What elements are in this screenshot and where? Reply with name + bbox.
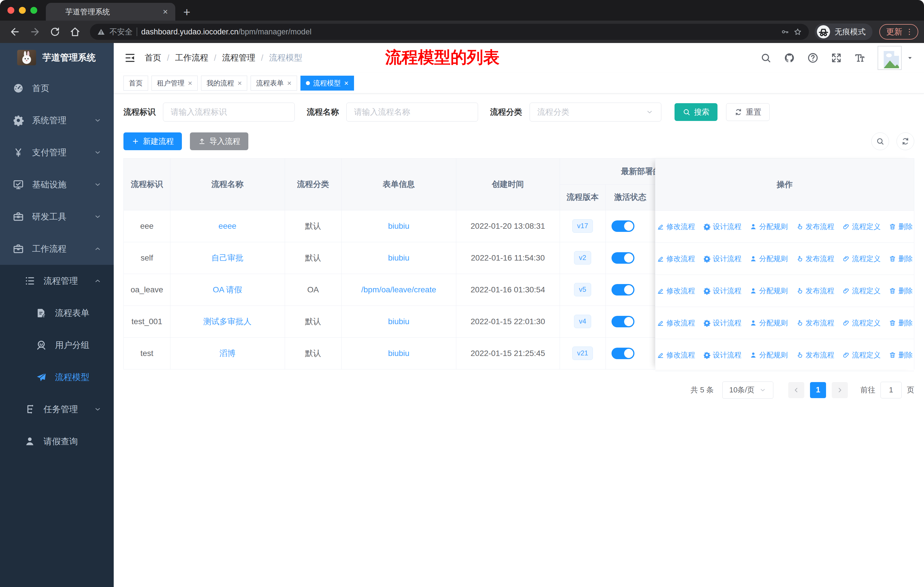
close-window-button[interactable] [7,7,14,14]
publish-process-link[interactable]: 发布流程 [796,222,834,231]
assign-rule-link[interactable]: 分配规则 [749,350,788,360]
process-name-link[interactable]: 测试多审批人 [203,317,251,326]
reload-icon[interactable] [49,26,61,38]
toggle-search-button[interactable] [871,132,889,150]
form-info-link[interactable]: biubiu [388,349,409,358]
active-toggle[interactable] [612,220,634,232]
active-toggle[interactable] [612,316,634,327]
process-name-link[interactable]: OA 请假 [213,285,242,294]
design-process-link[interactable]: 设计流程 [703,286,742,296]
tag-close-icon[interactable]: × [344,79,348,87]
goto-page-input[interactable]: 1 [881,382,902,398]
sidebar-item-task-management[interactable]: 任务管理 [0,393,114,425]
breadcrumb-item[interactable]: 流程管理 [222,52,255,64]
sidebar-item-user-group[interactable]: 用户分组 [0,329,114,361]
process-definition-link[interactable]: 流程定义 [842,318,881,327]
create-process-button[interactable]: 新建流程 [124,132,182,150]
active-toggle[interactable] [612,284,634,296]
prev-page-button[interactable] [788,382,804,398]
key-icon[interactable] [781,28,789,36]
process-name-link[interactable]: 滔博 [219,349,236,358]
sidebar-item-infrastructure[interactable]: 基础设施 [0,169,114,201]
process-definition-link[interactable]: 流程定义 [842,222,881,231]
process-definition-link[interactable]: 流程定义 [842,254,881,263]
page-number-button[interactable]: 1 [810,382,826,398]
help-icon[interactable] [807,52,818,64]
sidebar-item-dev-tools[interactable]: 研发工具 [0,201,114,233]
tag-close-icon[interactable]: × [287,79,291,87]
tag-4[interactable]: 流程模型× [300,76,354,91]
form-info-link[interactable]: biubiu [388,222,409,230]
home-icon[interactable] [69,26,81,38]
font-size-icon[interactable] [854,52,866,64]
design-process-link[interactable]: 设计流程 [703,254,742,263]
design-process-link[interactable]: 设计流程 [703,318,742,327]
delete-link[interactable]: 删除 [889,254,913,263]
publish-process-link[interactable]: 发布流程 [796,318,834,327]
import-process-button[interactable]: 导入流程 [190,132,248,150]
active-toggle[interactable] [612,252,634,264]
modify-process-link[interactable]: 修改流程 [657,318,695,327]
tab-close-icon[interactable]: × [162,7,169,17]
process-definition-link[interactable]: 流程定义 [842,350,881,360]
search-icon[interactable] [760,52,772,64]
next-page-button[interactable] [832,382,848,398]
delete-link[interactable]: 删除 [889,350,913,360]
assign-rule-link[interactable]: 分配规则 [749,318,788,327]
process-name-link[interactable]: eeee [219,222,236,230]
new-tab-button[interactable]: + [183,4,190,21]
publish-process-link[interactable]: 发布流程 [796,350,834,360]
browser-update-button[interactable]: 更新 [879,24,918,40]
tag-2[interactable]: 我的流程× [201,76,247,91]
tag-3[interactable]: 流程表单× [251,76,297,91]
assign-rule-link[interactable]: 分配规则 [749,222,788,231]
avatar[interactable] [878,46,902,70]
bookmark-star-icon[interactable] [794,28,802,36]
fullscreen-icon[interactable] [831,52,842,64]
process-category-select[interactable]: 流程分类 [530,103,662,122]
process-definition-link[interactable]: 流程定义 [842,286,881,296]
minimize-window-button[interactable] [19,7,26,14]
sidebar-item-workflow[interactable]: 工作流程 [0,233,114,265]
form-info-link[interactable]: biubiu [388,253,409,262]
delete-link[interactable]: 删除 [889,318,913,327]
sidebar-fold-icon[interactable] [124,52,136,64]
page-size-select[interactable]: 10条/页 [723,382,773,398]
modify-process-link[interactable]: 修改流程 [657,222,695,231]
zoom-window-button[interactable] [30,7,37,14]
address-bar[interactable]: 不安全 dashboard.yudao.iocoder.cn/bpm/manag… [90,24,809,40]
user-menu[interactable] [878,46,914,70]
design-process-link[interactable]: 设计流程 [703,350,742,360]
tag-1[interactable]: 租户管理× [152,76,198,91]
sidebar-item-process-management[interactable]: 流程管理 [0,265,114,297]
refresh-table-button[interactable] [896,132,914,150]
delete-link[interactable]: 删除 [889,222,913,231]
search-button[interactable]: 搜索 [675,103,718,121]
breadcrumb-item[interactable]: 工作流程 [175,52,208,64]
sidebar-item-process-form[interactable]: 流程表单 [0,297,114,329]
sidebar-item-payment-management[interactable]: 支付管理 [0,136,114,169]
form-info-link[interactable]: biubiu [388,317,409,326]
browser-tab[interactable]: 芋道管理系统 × [46,3,175,21]
delete-link[interactable]: 删除 [889,286,913,296]
forward-icon[interactable] [29,26,41,38]
tag-0[interactable]: 首页 [124,76,148,91]
publish-process-link[interactable]: 发布流程 [796,286,834,296]
reset-button[interactable]: 重置 [726,103,770,121]
design-process-link[interactable]: 设计流程 [703,222,742,231]
tag-close-icon[interactable]: × [188,79,192,87]
back-icon[interactable] [9,26,21,38]
publish-process-link[interactable]: 发布流程 [796,254,834,263]
modify-process-link[interactable]: 修改流程 [657,286,695,296]
modify-process-link[interactable]: 修改流程 [657,350,695,360]
modify-process-link[interactable]: 修改流程 [657,254,695,263]
github-icon[interactable] [784,52,795,64]
tag-close-icon[interactable]: × [238,79,242,87]
process-name-input[interactable]: 请输入流程名称 [346,103,478,122]
sidebar-item-leave-query[interactable]: 请假查询 [0,425,114,458]
breadcrumb-item[interactable]: 首页 [145,52,161,64]
browser-menu-icon[interactable] [905,28,914,36]
assign-rule-link[interactable]: 分配规则 [749,254,788,263]
sidebar-item-system-management[interactable]: 系统管理 [0,104,114,136]
sidebar-item-process-model[interactable]: 流程模型 [0,361,114,393]
